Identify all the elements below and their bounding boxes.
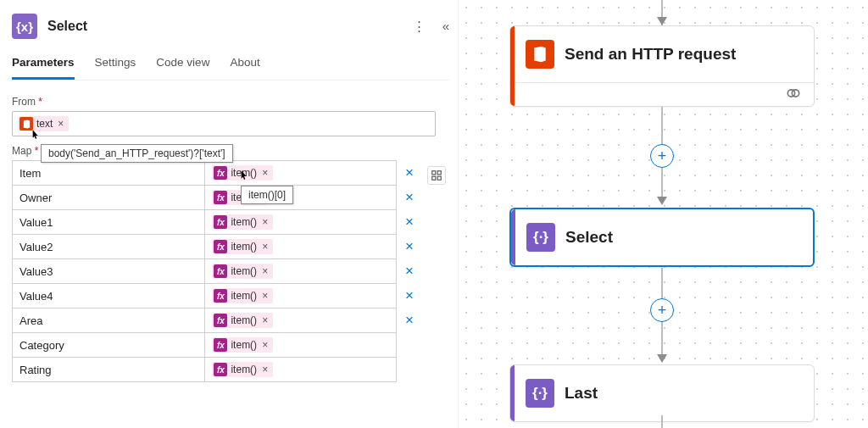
expr-text: item() bbox=[231, 265, 257, 277]
flow-arrow-icon bbox=[657, 354, 667, 363]
fx-icon: fx bbox=[214, 363, 227, 376]
delete-row-button[interactable]: × bbox=[405, 185, 414, 209]
map-table: Itemfxitem()×Ownerfxitem×Value1fxitem()×… bbox=[12, 160, 397, 382]
map-key-input[interactable]: Value2 bbox=[13, 235, 205, 259]
expr-token-tooltip: item()[0] bbox=[241, 186, 293, 204]
map-key-input[interactable]: Value1 bbox=[13, 210, 205, 235]
map-row: Areafxitem()× bbox=[13, 308, 397, 333]
add-step-button[interactable]: + bbox=[650, 144, 674, 168]
delete-row-button[interactable]: × bbox=[405, 234, 414, 258]
flow-node-last[interactable]: {·} Last bbox=[509, 364, 815, 422]
map-key-input[interactable]: Owner bbox=[13, 186, 205, 210]
add-step-button[interactable]: + bbox=[650, 298, 674, 322]
delete-row-button[interactable]: × bbox=[405, 258, 414, 283]
panel-tabs: Parameters Settings Code view About bbox=[12, 56, 449, 81]
expression-token[interactable]: fxitem()× bbox=[212, 362, 273, 377]
from-token-text: text bbox=[36, 118, 53, 130]
flow-canvas[interactable]: Send an HTTP request + {·} Select + {·} bbox=[458, 0, 868, 428]
map-row: Value1fxitem()× bbox=[13, 210, 397, 235]
from-token[interactable]: text × bbox=[18, 116, 69, 131]
expression-token[interactable]: fxitem()× bbox=[212, 264, 273, 279]
collapse-panel-icon[interactable]: « bbox=[442, 19, 449, 34]
panel-title: Select bbox=[47, 19, 87, 34]
from-token-remove[interactable]: × bbox=[56, 118, 64, 130]
delete-row-button[interactable]: × bbox=[405, 209, 414, 234]
expression-token[interactable]: fxitem()× bbox=[212, 214, 273, 230]
expr-text: item() bbox=[231, 216, 257, 228]
fx-icon: fx bbox=[214, 338, 227, 352]
map-value-input[interactable]: fxitem()× bbox=[205, 210, 397, 235]
data-op-icon: {·} bbox=[526, 379, 554, 408]
tab-settings[interactable]: Settings bbox=[95, 56, 136, 80]
token-remove[interactable]: × bbox=[260, 241, 268, 253]
token-remove[interactable]: × bbox=[260, 339, 268, 351]
node-footer bbox=[510, 82, 814, 106]
map-value-input[interactable]: fxitem()× bbox=[205, 161, 397, 186]
delete-row-button[interactable]: × bbox=[405, 283, 414, 308]
token-remove[interactable]: × bbox=[260, 216, 268, 228]
node-title: Select bbox=[565, 228, 613, 247]
map-value-input[interactable]: fxitem()× bbox=[205, 333, 397, 358]
flow-arrow-icon bbox=[657, 197, 667, 205]
map-value-input[interactable]: fxitem()× bbox=[205, 259, 397, 284]
map-value-input[interactable]: fxitem()× bbox=[205, 308, 397, 333]
token-remove[interactable]: × bbox=[260, 364, 268, 375]
map-row: Ratingfxitem()× bbox=[13, 358, 397, 382]
tab-code-view[interactable]: Code view bbox=[156, 56, 209, 80]
token-remove[interactable]: × bbox=[260, 290, 268, 302]
expression-token[interactable]: fxitem()× bbox=[212, 313, 273, 328]
more-menu-icon[interactable]: ⋮ bbox=[413, 19, 426, 34]
expr-text: item() bbox=[231, 290, 257, 302]
delete-row-button[interactable]: × bbox=[405, 160, 414, 185]
map-key-input[interactable]: Category bbox=[13, 333, 205, 358]
map-key-input[interactable]: Value3 bbox=[13, 259, 205, 284]
expression-token[interactable]: fxitem()× bbox=[212, 165, 273, 181]
token-remove[interactable]: × bbox=[260, 314, 268, 326]
fx-icon: fx bbox=[214, 166, 227, 180]
map-key-input[interactable]: Item bbox=[13, 161, 205, 186]
linked-connection-icon[interactable] bbox=[785, 85, 802, 104]
map-value-input[interactable]: fxitem()× bbox=[205, 235, 397, 259]
properties-panel: {x} Select ⋮ « Parameters Settings Code … bbox=[0, 0, 458, 428]
svg-rect-2 bbox=[432, 176, 436, 180]
map-key-input[interactable]: Rating bbox=[13, 358, 205, 382]
expr-text: item() bbox=[231, 241, 257, 253]
expr-text: item() bbox=[231, 364, 257, 375]
map-row: Value2fxitem()× bbox=[13, 235, 397, 259]
from-token-tooltip: body('Send_an_HTTP_request')?['text'] bbox=[41, 144, 233, 163]
map-value-input[interactable]: fxitem()× bbox=[205, 358, 397, 382]
fx-icon: fx bbox=[214, 215, 227, 229]
expr-text: item() bbox=[231, 314, 257, 326]
node-title: Last bbox=[565, 384, 598, 403]
node-title: Send an HTTP request bbox=[565, 45, 736, 64]
token-remove[interactable]: × bbox=[260, 265, 268, 277]
map-value-input[interactable]: fxitem()× bbox=[205, 284, 397, 308]
map-key-input[interactable]: Area bbox=[13, 308, 205, 333]
delete-row-button[interactable]: × bbox=[405, 308, 414, 332]
tab-about[interactable]: About bbox=[230, 56, 259, 80]
expression-token[interactable]: fxitem()× bbox=[212, 239, 273, 254]
expression-token[interactable]: fxitem()× bbox=[212, 337, 273, 353]
token-remove[interactable]: × bbox=[260, 167, 268, 179]
from-input[interactable]: text × bbox=[12, 111, 436, 136]
office-icon bbox=[526, 40, 554, 69]
panel-header: {x} Select ⋮ « bbox=[12, 14, 449, 39]
map-row: Value3fxitem()× bbox=[13, 259, 397, 284]
map-row: Ownerfxitem× bbox=[13, 186, 397, 210]
fx-icon: fx bbox=[214, 240, 227, 253]
data-op-icon: {·} bbox=[526, 223, 555, 252]
fx-icon: fx bbox=[214, 191, 227, 204]
map-value-input[interactable]: fxitem× bbox=[205, 186, 397, 210]
switch-map-mode-icon[interactable] bbox=[427, 166, 446, 185]
tab-parameters[interactable]: Parameters bbox=[12, 56, 75, 80]
fx-icon: fx bbox=[214, 264, 227, 278]
svg-rect-1 bbox=[437, 171, 441, 175]
expression-token[interactable]: fxitem()× bbox=[212, 288, 273, 303]
flow-node-select[interactable]: {·} Select bbox=[509, 208, 815, 267]
office-icon bbox=[19, 117, 33, 131]
delete-column: ××××××× bbox=[397, 160, 414, 332]
map-row: Value4fxitem()× bbox=[13, 284, 397, 308]
svg-rect-3 bbox=[437, 176, 441, 180]
map-key-input[interactable]: Value4 bbox=[13, 284, 205, 308]
flow-node-http[interactable]: Send an HTTP request bbox=[509, 25, 815, 107]
